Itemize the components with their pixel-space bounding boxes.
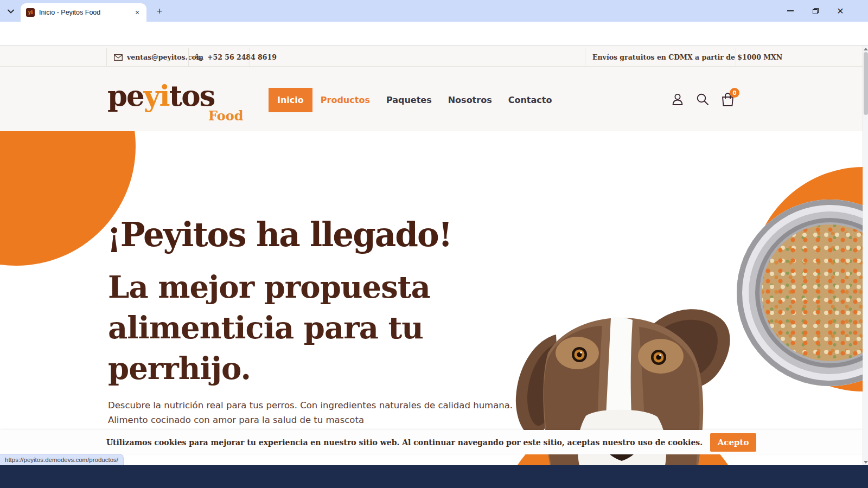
nav-item-productos[interactable]: Productos bbox=[312, 88, 378, 112]
cookie-message: Utilizamos cookies para mejorar tu exper… bbox=[106, 438, 703, 447]
hero-subtitle-line3: perrhijo. bbox=[108, 348, 430, 389]
cookie-accept-button[interactable]: Acepto bbox=[710, 433, 756, 452]
hero-description: Descubre la nutrición real para tus perr… bbox=[108, 398, 513, 427]
nav-item-paquetes[interactable]: Paquetes bbox=[378, 88, 440, 112]
dog-food-bowl-image bbox=[737, 200, 863, 386]
cart-icon[interactable]: 0 bbox=[720, 92, 735, 106]
window-close-button[interactable]: ✕ bbox=[828, 0, 853, 22]
topbar-phone-text: +52 56 2484 8619 bbox=[207, 53, 277, 61]
search-icon[interactable] bbox=[695, 92, 710, 106]
browser-tab[interactable]: yi Inicio - Peyitos Food × bbox=[21, 3, 146, 22]
nav-item-nosotros[interactable]: Nosotros bbox=[440, 88, 500, 112]
header-actions: 0 bbox=[671, 92, 735, 106]
scrollbar-thumb[interactable] bbox=[864, 52, 868, 115]
nav-item-contacto[interactable]: Contacto bbox=[500, 88, 560, 112]
hero-description-line1: Descubre la nutrición real para tus perr… bbox=[108, 398, 513, 413]
tab-search-chevron-icon[interactable] bbox=[4, 5, 17, 18]
status-link-bubble: https://peyitos.demodevs.com/productos/ bbox=[0, 454, 124, 465]
logo-wordmark: peyitos bbox=[107, 81, 248, 110]
hero-title: ¡Peyitos ha llegado! bbox=[107, 215, 451, 254]
topbar-email[interactable]: ventas@peyitos.com bbox=[114, 48, 203, 67]
scroll-down-icon[interactable] bbox=[863, 459, 868, 465]
site-favicon: yi bbox=[26, 8, 35, 17]
hero-subtitle-line1: La mejor propuesta bbox=[108, 267, 430, 307]
site-logo[interactable]: peyitos Food bbox=[107, 81, 248, 128]
logo-yi: yi bbox=[144, 79, 169, 112]
shipping-note: Envíos gratuitos en CDMX a partir de $10… bbox=[592, 48, 782, 67]
logo-tos: tos bbox=[169, 79, 215, 112]
bowl-food-texture bbox=[762, 224, 863, 361]
page-scrollbar[interactable] bbox=[863, 46, 868, 465]
windows-taskbar bbox=[0, 465, 868, 488]
hero-subtitle-line2: alimenticia para tu bbox=[108, 307, 430, 348]
hero-section: ¡Peyitos ha llegado! La mejor propuesta … bbox=[0, 131, 863, 465]
logo-sub: Food bbox=[208, 108, 244, 124]
phone-icon bbox=[195, 54, 203, 61]
topbar-email-text: ventas@peyitos.com bbox=[127, 53, 203, 61]
account-icon[interactable] bbox=[671, 92, 685, 106]
cart-count-badge: 0 bbox=[730, 88, 739, 98]
main-navigation: Inicio Productos Paquetes Nosotros Conta… bbox=[269, 88, 560, 112]
site-topbar: ventas@peyitos.com +52 56 2484 8619 Enví… bbox=[0, 48, 863, 67]
shipping-note-text: Envíos gratuitos en CDMX a partir de $10… bbox=[592, 53, 782, 61]
web-page: ventas@peyitos.com +52 56 2484 8619 Enví… bbox=[0, 46, 863, 465]
new-tab-button[interactable]: + bbox=[154, 5, 165, 17]
hero-subtitle: La mejor propuesta alimenticia para tu p… bbox=[108, 267, 430, 389]
tab-close-icon[interactable]: × bbox=[132, 8, 142, 17]
topbar-phone[interactable]: +52 56 2484 8619 bbox=[195, 48, 277, 67]
screen: yi Inicio - Peyitos Food × + ✕ peyitos.d… bbox=[0, 0, 868, 488]
cookie-banner: Utilizamos cookies para mejorar tu exper… bbox=[0, 430, 863, 454]
browser-tabstrip: yi Inicio - Peyitos Food × + ✕ bbox=[0, 0, 868, 22]
hero-description-line2: Alimento cocinado con amor para la salud… bbox=[108, 413, 513, 427]
nav-item-inicio[interactable]: Inicio bbox=[269, 88, 312, 112]
email-icon bbox=[114, 54, 123, 61]
browser-toolbar: peyitos.demodevs.com/?v=6ee8cb899cf7 Inv… bbox=[0, 22, 868, 46]
scroll-up-icon[interactable] bbox=[863, 46, 868, 52]
logo-pe: pe bbox=[107, 79, 144, 112]
window-restore-button[interactable] bbox=[803, 0, 828, 22]
window-minimize-button[interactable] bbox=[778, 0, 803, 22]
tab-title: Inicio - Peyitos Food bbox=[39, 9, 132, 16]
